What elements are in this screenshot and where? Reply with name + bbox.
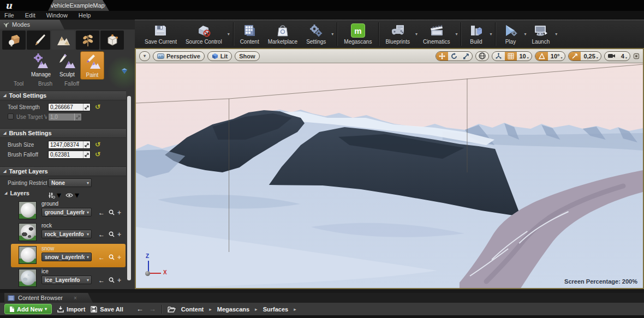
category-tool-label[interactable]: Tool: [14, 81, 23, 87]
mode-geometry-button[interactable]: [100, 31, 124, 50]
navigate-back-button[interactable]: ←: [136, 305, 144, 313]
cinematics-button[interactable]: Cinematics: [419, 20, 454, 48]
layer-thumbnail[interactable]: [19, 246, 37, 264]
scale-tool-button[interactable]: [460, 52, 472, 61]
megascans-button[interactable]: m Megascans: [339, 20, 376, 48]
tool-strength-input[interactable]: 0,266667: [48, 103, 91, 111]
subtool-paint[interactable]: Paint: [80, 51, 104, 80]
show-button[interactable]: Show: [235, 51, 259, 61]
layer-thumbnail[interactable]: [19, 201, 37, 219]
add-icon[interactable]: +: [117, 231, 121, 238]
maximize-viewport-icon[interactable]: [633, 53, 640, 59]
drag-grip-icon[interactable]: [83, 104, 90, 111]
layer-row-rock[interactable]: rock rock_LayerInfo ▾ ← +: [0, 223, 135, 243]
tool-settings-header[interactable]: ◢ Tool Settings: [0, 91, 126, 100]
chevron-down-icon[interactable]: ▾: [488, 32, 493, 37]
breadcrumb-surfaces[interactable]: Surfaces: [263, 306, 288, 313]
chevron-down-icon[interactable]: ▾: [226, 32, 231, 37]
save-all-button[interactable]: Save All: [91, 306, 123, 313]
rotation-snap-toggle[interactable]: [535, 52, 548, 61]
panel-scrollbar[interactable]: [127, 96, 131, 280]
camera-speed-button[interactable]: [605, 52, 618, 61]
tool-strength-value[interactable]: 0,266667: [49, 104, 83, 110]
layer-row-ice[interactable]: ice ice_LayerInfo ▾ ← +: [0, 268, 135, 289]
reset-brush-size-button[interactable]: ↺: [94, 141, 102, 148]
lit-button[interactable]: Lit: [207, 51, 232, 61]
chevron-down-icon[interactable]: ▾: [414, 32, 419, 37]
subtool-sculpt[interactable]: Sculpt: [55, 51, 79, 80]
chevron-down-icon[interactable]: ▾: [454, 32, 458, 37]
menu-window[interactable]: Window: [46, 12, 68, 19]
layers-sort-button[interactable]: ▾: [48, 190, 61, 200]
level-tab[interactable]: VehicleExampleMap*: [48, 0, 109, 11]
content-button[interactable]: Content: [236, 20, 264, 48]
drag-grip-icon[interactable]: [83, 151, 90, 158]
viewport-canvas[interactable]: Z X Screen Percentage: 200%: [136, 63, 643, 288]
target-layers-header[interactable]: ◢ Target Layers: [0, 166, 126, 176]
browse-icon[interactable]: [109, 277, 115, 283]
breadcrumb-megascans[interactable]: Megascans: [217, 306, 249, 313]
use-target-checkbox[interactable]: [8, 113, 14, 119]
brush-size-value[interactable]: 1247,08374: [49, 142, 83, 148]
brush-settings-header[interactable]: ◢ Brush Settings: [0, 128, 126, 138]
blueprints-button[interactable]: Blueprints: [381, 20, 414, 48]
chevron-down-icon[interactable]: ▾: [523, 32, 527, 37]
build-button[interactable]: Build: [463, 20, 488, 48]
subtool-manage[interactable]: Manage: [29, 51, 53, 80]
browse-icon[interactable]: [109, 231, 115, 237]
add-icon[interactable]: +: [117, 209, 121, 217]
painting-restriction-dropdown[interactable]: None ▾: [48, 178, 92, 187]
rotate-tool-button[interactable]: [448, 52, 460, 61]
use-selected-icon[interactable]: ←: [98, 209, 105, 217]
tab-content-browser[interactable]: Content Browser ×: [4, 293, 93, 303]
translate-tool-button[interactable]: [436, 52, 448, 61]
settings-button[interactable]: Settings: [302, 20, 330, 48]
mode-paint-button[interactable]: [27, 31, 50, 50]
mode-landscape-button[interactable]: [51, 31, 75, 50]
reset-brush-falloff-button[interactable]: ↺: [94, 151, 102, 158]
browse-icon[interactable]: [109, 209, 115, 215]
scale-snap-value-button[interactable]: 0,25▾: [581, 52, 600, 61]
navigate-forward-button[interactable]: →: [149, 305, 156, 313]
layers-visibility-button[interactable]: ▾: [65, 190, 79, 200]
layer-thumbnail[interactable]: [19, 269, 37, 287]
add-new-button[interactable]: Add New ▾: [4, 304, 52, 314]
category-brush-label[interactable]: Brush: [38, 81, 52, 87]
grid-snap-toggle[interactable]: [505, 52, 517, 61]
source-control-button[interactable]: Source Control: [181, 20, 226, 48]
viewport-options-button[interactable]: ▾: [139, 51, 150, 61]
brush-size-input[interactable]: 1247,08374: [48, 141, 91, 149]
marketplace-button[interactable]: Marketplace: [264, 20, 302, 48]
browse-icon[interactable]: [109, 254, 115, 260]
scale-snap-toggle[interactable]: [569, 52, 581, 61]
perspective-button[interactable]: Perspective: [153, 51, 205, 61]
camera-speed-value-button[interactable]: 4▾: [618, 52, 630, 61]
layer-info-dropdown[interactable]: rock_LayerInfo ▾: [41, 230, 92, 238]
brush-falloff-input[interactable]: 0,62381: [48, 151, 91, 159]
mode-place-button[interactable]: [2, 31, 26, 50]
chevron-down-icon[interactable]: ▾: [330, 32, 335, 37]
layer-info-dropdown[interactable]: ice_LayerInfo ▾: [41, 275, 92, 284]
menu-edit[interactable]: Edit: [25, 12, 35, 19]
world-local-toggle[interactable]: [476, 52, 488, 61]
use-selected-icon[interactable]: ←: [98, 254, 105, 261]
layer-thumbnail[interactable]: [19, 223, 37, 241]
layer-info-dropdown[interactable]: snow_LayerInfo ▾: [41, 253, 92, 261]
chevron-down-icon[interactable]: ▾: [554, 32, 558, 37]
add-icon[interactable]: +: [117, 277, 121, 284]
menu-file[interactable]: File: [4, 12, 14, 19]
launch-button[interactable]: Launch: [527, 20, 554, 48]
save-current-button[interactable]: Save Current: [140, 20, 181, 48]
surface-snap-button[interactable]: [492, 52, 505, 61]
play-button[interactable]: Play: [498, 20, 523, 48]
use-selected-icon[interactable]: ←: [98, 277, 105, 284]
grid-snap-value-button[interactable]: 10▾: [517, 52, 532, 61]
category-falloff-label[interactable]: Falloff: [64, 81, 79, 87]
menu-help[interactable]: Help: [79, 12, 91, 19]
drag-grip-icon[interactable]: [83, 141, 90, 148]
close-icon[interactable]: ×: [74, 295, 77, 301]
tab-modes[interactable]: Modes: [0, 20, 64, 29]
reset-tool-strength-button[interactable]: ↺: [94, 103, 102, 111]
import-button[interactable]: Import: [57, 306, 85, 313]
layer-info-dropdown[interactable]: ground_LayerInfo ▾: [41, 208, 92, 217]
